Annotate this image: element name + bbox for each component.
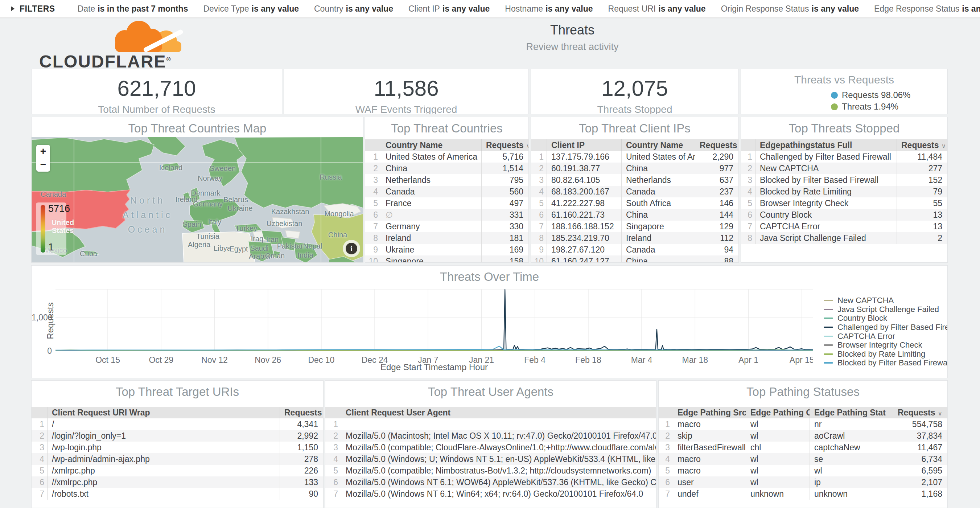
table-row[interactable]: 7Germany330	[365, 221, 528, 232]
table-row[interactable]: 7undefunknownunknown1,168	[659, 488, 947, 500]
table-cell: nr	[810, 418, 886, 430]
chart-legend-item[interactable]: Java Script Challenge Failed	[824, 305, 948, 314]
table-row[interactable]: 2Mozilla/5.0 (Macintosh; Intel Mac OS X …	[325, 430, 656, 441]
world-map[interactable]: CanadaUnited StatesMexicoCubaIcelandIrel…	[32, 137, 363, 263]
table-row[interactable]: 468.183.200.167Canada237	[531, 186, 738, 197]
filter-item[interactable]: Dateis in the past 7 months	[78, 4, 188, 14]
table-row[interactable]: 8Java Script Challenge Failed2	[741, 232, 947, 244]
table-row[interactable]: 10Singapore158	[365, 255, 528, 263]
column-header[interactable]: Requests∨	[481, 139, 528, 151]
table-row[interactable]: 7Mozilla/5.0 (Windows NT 6.1; Win64; x64…	[325, 488, 656, 500]
country-label: Canada	[41, 190, 66, 198]
table-row[interactable]: 7188.166.188.152Singapore129	[531, 221, 738, 232]
country-label: Pakistan	[277, 242, 305, 250]
table-row[interactable]: 5Mozilla/5.0 (compatible; Nimbostratus-B…	[325, 465, 656, 476]
filter-item[interactable]: Countryis any value	[314, 4, 393, 14]
chart-legend-item[interactable]: New CAPTCHA	[824, 296, 948, 305]
column-header[interactable]: Requests∨	[280, 407, 323, 418]
table-row[interactable]: 1Challenged by Filter Based Firewall11,4…	[741, 151, 947, 162]
table-cell: Ukraine	[381, 244, 481, 255]
table-cell: wl	[746, 430, 810, 441]
column-header[interactable]: Requests∨	[695, 139, 738, 151]
table-cell: 2	[531, 162, 547, 174]
filter-item[interactable]: Hostnameis any value	[505, 4, 593, 14]
filter-item[interactable]: Device Typeis any value	[203, 4, 299, 14]
table-row[interactable]: 661.160.221.73China144	[531, 209, 738, 221]
filter-item[interactable]: Client IPis any value	[408, 4, 490, 14]
map-info-button[interactable]: i	[343, 240, 360, 257]
table-row[interactable]: 1137.175.79.166United States of America2…	[531, 151, 738, 162]
table-row[interactable]: 4Blocked by Rate Limiting79	[741, 186, 947, 197]
table-row[interactable]: 3filterBasedFirewallchlcaptchaNew11,467	[659, 441, 947, 453]
table-cell: /xmlrpc.php	[48, 465, 280, 476]
table-row[interactable]: 9Ukraine169	[365, 244, 528, 255]
table-cell: 88	[695, 255, 738, 263]
chart-legend-item[interactable]: Blocked by Filter Based Firewall	[824, 358, 948, 368]
table-row[interactable]: 3/wp-login.php1,150	[32, 441, 323, 453]
filter-item[interactable]: Edge Response Statusis any value	[874, 4, 980, 14]
filter-item[interactable]: Request URIis any value	[608, 4, 706, 14]
filters-toggle-button[interactable]: FILTERS	[11, 4, 55, 14]
chart-legend-item[interactable]: Blocked by Rate Limiting	[824, 350, 948, 359]
table-row[interactable]: 1United States of America5,716	[365, 151, 528, 162]
chart-legend-item[interactable]: Browser Integrity Check	[824, 341, 948, 350]
country-label: Tunisia	[196, 232, 220, 240]
table-cell: /login/?login_only=1	[48, 430, 280, 441]
table-row[interactable]: 1macrowlnr554,758	[659, 418, 947, 430]
table-row[interactable]: 3Mozilla/5.0 (compatible; CloudFlare-Alw…	[325, 441, 656, 453]
table-row[interactable]: 9198.27.67.120Canada94	[531, 244, 738, 255]
legend-line-icon	[824, 362, 833, 363]
table-row[interactable]: 4Mozilla/5.0 (Windows; U; Windows NT 5.1…	[325, 453, 656, 465]
table-row[interactable]: 3Netherlands795	[365, 174, 528, 186]
panel-title: Threats Over Time	[32, 270, 947, 284]
table-cell: macro	[673, 418, 746, 430]
table-row[interactable]: 8185.234.219.70Ireland112	[531, 232, 738, 244]
table-row[interactable]: 2New CAPTCHA277	[741, 162, 947, 174]
chart-legend-item[interactable]: Country Block	[824, 314, 948, 323]
table-row[interactable]: 1	[325, 418, 656, 430]
column-header[interactable]: Requests∨	[897, 139, 947, 151]
table-row[interactable]: 6Mozilla/5.0 (Windows NT 6.1; WOW64) App…	[325, 476, 656, 488]
table-row[interactable]: 5France497	[365, 197, 528, 209]
legend-label: Requests 98.06%	[842, 90, 910, 100]
table-row[interactable]: 260.191.38.77China977	[531, 162, 738, 174]
table-cell: Canada	[381, 186, 481, 197]
table-row[interactable]: 5Browser Integrity Check55	[741, 197, 947, 209]
table-cell: 4,341	[280, 418, 323, 430]
table-row[interactable]: 2skipwlaoCrawl37,834	[659, 430, 947, 441]
table-row[interactable]: 4Canada560	[365, 186, 528, 197]
table-row[interactable]: 1/4,341	[32, 418, 323, 430]
table-row[interactable]: 8Ireland181	[365, 232, 528, 244]
table-row[interactable]: 2China1,514	[365, 162, 528, 174]
table-cell: 226	[280, 465, 323, 476]
table-row[interactable]: 380.82.64.105Netherlands637	[531, 174, 738, 186]
table-row[interactable]: 1061.160.247.127China88	[531, 255, 738, 263]
table-row[interactable]: 6∅331	[365, 209, 528, 221]
zoom-out-button[interactable]: −	[36, 158, 50, 171]
table-row[interactable]: 5/xmlrpc.php226	[32, 465, 323, 476]
table-row[interactable]: 3Blocked by Filter Based Firewall152	[741, 174, 947, 186]
threats-vs-requests-tile: Threats vs Requests Requests 98.06%Threa…	[741, 69, 948, 114]
table-row[interactable]: 2/login/?login_only=12,992	[32, 430, 323, 441]
legend-label: Challenged by Filter Based Firewall	[837, 323, 948, 332]
filter-item[interactable]: Origin Response Statusis any value	[721, 4, 859, 14]
table-cell: 158	[481, 255, 528, 263]
table-row[interactable]: 6userwlip2,107	[659, 476, 947, 488]
table-row[interactable]: 6//xmlrpc.php133	[32, 476, 323, 488]
column-header[interactable]: Requests∨	[886, 407, 947, 418]
table-row[interactable]: 6Country Block13	[741, 209, 947, 221]
table-row[interactable]: 541.222.227.98South Africa146	[531, 197, 738, 209]
table-row[interactable]: 4/wp-admin/admin-ajax.php278	[32, 453, 323, 465]
table-cell: 4	[325, 453, 341, 465]
chart-legend-item[interactable]: Challenged by Filter Based Firewall	[824, 323, 948, 332]
table-row[interactable]: 7CAPTCHA Error13	[741, 221, 947, 232]
table-cell: 2	[365, 162, 381, 174]
zoom-in-button[interactable]: +	[36, 145, 50, 158]
chart-legend-item[interactable]: CAPTCHA Error	[824, 332, 948, 341]
table-row[interactable]: 7/robots.txt90	[32, 488, 323, 500]
table-cell: 2	[325, 430, 341, 441]
table-cell: 3	[365, 174, 381, 186]
table-row[interactable]: 5macrowlwl6,595	[659, 465, 947, 476]
table-row[interactable]: 4macrowlse6,734	[659, 453, 947, 465]
table-cell: 6,734	[886, 453, 947, 465]
